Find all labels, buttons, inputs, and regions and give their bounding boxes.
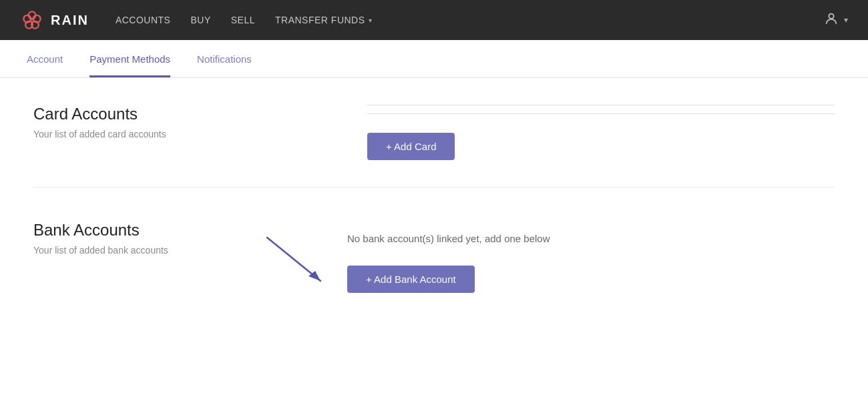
bank-section-title: Bank Accounts [33, 221, 220, 240]
tab-payment-methods[interactable]: Payment Methods [89, 40, 170, 77]
card-section-info: Card Accounts Your list of added card ac… [33, 105, 220, 160]
tab-account[interactable]: Account [27, 40, 63, 77]
bank-right-content: No bank account(s) linked yet, add one b… [347, 221, 550, 293]
navbar-left: RAIN ACCOUNTS BUY SELL TRANSFER FUNDS ▾ [20, 8, 372, 32]
main-content: Card Accounts Your list of added card ac… [0, 78, 868, 367]
add-bank-account-button[interactable]: + Add Bank Account [347, 266, 475, 293]
nav-link-buy[interactable]: BUY [190, 15, 210, 25]
bank-section-content: No bank account(s) linked yet, add one b… [220, 221, 835, 294]
card-divider-top [367, 105, 835, 105]
arrow-svg [260, 231, 334, 291]
user-chevron-icon: ▾ [844, 15, 848, 25]
arrow-indicator [260, 221, 347, 294]
nav-link-transfer-funds[interactable]: TRANSFER FUNDS ▾ [275, 15, 372, 25]
no-bank-text: No bank account(s) linked yet, add one b… [347, 228, 550, 244]
nav-link-sell[interactable]: SELL [231, 15, 255, 25]
card-section-subtitle: Your list of added card accounts [33, 129, 220, 139]
card-section-title: Card Accounts [33, 105, 220, 123]
bank-section-subtitle: Your list of added bank accounts [33, 245, 220, 256]
svg-point-6 [829, 14, 833, 19]
card-accounts-section: Card Accounts Your list of added card ac… [33, 105, 835, 187]
bank-accounts-section: Bank Accounts Your list of added bank ac… [33, 207, 835, 320]
sub-nav: Account Payment Methods Notifications [0, 40, 868, 78]
logo-area: RAIN [20, 8, 89, 32]
svg-point-5 [29, 17, 34, 22]
chevron-down-icon: ▾ [369, 17, 373, 24]
rain-logo-icon [20, 8, 44, 32]
nav-link-accounts[interactable]: ACCOUNTS [116, 15, 171, 25]
user-icon [824, 11, 839, 29]
card-section-content: + Add Card [220, 105, 835, 160]
logo-text: RAIN [51, 13, 89, 28]
navbar-right[interactable]: ▾ [824, 11, 848, 29]
navbar: RAIN ACCOUNTS BUY SELL TRANSFER FUNDS ▾ … [0, 0, 868, 40]
tab-notifications[interactable]: Notifications [197, 40, 252, 77]
card-divider-bottom [367, 113, 835, 114]
add-card-button[interactable]: + Add Card [367, 133, 455, 160]
nav-links: ACCOUNTS BUY SELL TRANSFER FUNDS ▾ [116, 15, 372, 25]
bank-section-info: Bank Accounts Your list of added bank ac… [33, 221, 220, 294]
